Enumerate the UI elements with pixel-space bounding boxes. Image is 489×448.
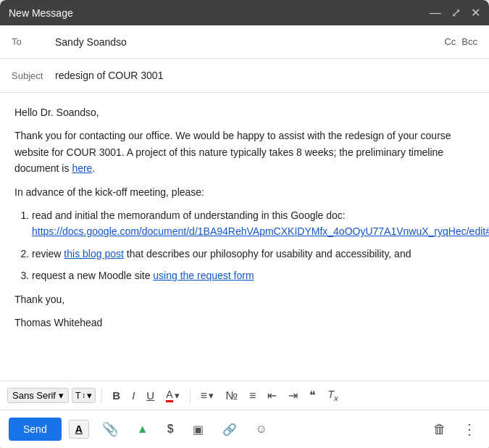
quote-icon: ❝ [309,389,316,402]
toolbar-divider-1 [101,389,102,403]
font-size-button[interactable]: T ↕ ▾ [72,388,96,403]
font-name-label: Sans Serif [12,390,56,401]
list-item-3: request a new Moodle site using the requ… [32,267,475,283]
list-item-2: review this blog post that describes our… [32,246,475,262]
insert-money-button[interactable]: $ [162,418,180,440]
paragraph1: Thank you for contacting our office. We … [14,128,475,176]
request-form-link[interactable]: using the request form [153,270,254,281]
font-family-button[interactable]: Sans Serif ▾ [7,388,69,403]
list-item-2-after: that describes our philosophy for usabil… [127,248,411,260]
insert-emoji-button[interactable]: ☺ [250,418,273,440]
font-size-arrows: ↕ [82,391,85,399]
bottom-bar: Send A 📎 ▲ $ ▣ 🔗 ☺ 🗑 ⋮ [0,410,489,448]
title-bar-controls: — ⤢ ✕ [430,6,480,20]
bold-button[interactable]: B [108,386,125,405]
underline-button[interactable]: U [142,386,159,405]
google-doc-link[interactable]: https://docs.google.com/document/d/1BA94… [32,225,489,237]
formatting-toolbar: Sans Serif ▾ T ↕ ▾ B I U A ▾ ≡ ▾ [0,381,489,410]
list-item-1: read and initial the memorandum of under… [32,207,475,240]
list-item-2-before: review [32,248,64,260]
link-icon: 🔗 [222,423,237,436]
bullet-list-icon: ≡ [249,389,256,402]
subject-label: Subject [12,70,55,81]
discard-button[interactable]: 🗑 [427,418,452,441]
dollar-icon: $ [167,423,174,436]
to-row: To Sandy Soandso Cc Bcc [0,25,489,59]
italic-button[interactable]: I [128,386,139,405]
text-color-dropdown: ▾ [175,390,180,401]
font-size-dropdown-icon: ▾ [87,390,92,401]
format-text-button[interactable]: A [69,420,89,439]
align-dropdown: ▾ [209,390,214,401]
subject-value[interactable]: redesign of COUR 3001 [55,70,477,81]
align-button[interactable]: ≡ ▾ [196,386,218,405]
more-icon: ⋮ [462,421,477,437]
align-icon: ≡ [201,389,207,402]
signature: Thomas Whitehead [14,315,475,331]
close-button[interactable]: ✕ [471,6,480,20]
body-list: read and initial the memorandum of under… [14,207,475,284]
emoji-icon: ☺ [256,423,267,436]
cc-button[interactable]: Cc [444,36,456,47]
paperclip-icon: 📎 [102,421,118,437]
greeting: Hello Dr. Soandso, [14,104,475,120]
indent-more-button[interactable]: ⇥ [284,386,302,405]
closing: Thank you, [14,291,475,307]
minimize-button[interactable]: — [430,7,441,20]
cc-bcc-area: Cc Bcc [444,36,477,47]
font-dropdown-icon: ▾ [59,390,64,401]
clear-format-icon: Tx [327,389,338,402]
window-title: New Message [9,7,73,19]
trash-icon: 🗑 [433,422,446,436]
indent-less-button[interactable]: ⇤ [263,386,281,405]
numbered-list-button[interactable]: № [221,386,242,405]
numbered-list-icon: № [225,389,238,402]
blog-post-link[interactable]: this blog post [64,248,124,260]
toolbar-divider-2 [190,389,191,403]
list-item-3-before: request a new Moodle site [32,270,153,281]
clear-format-button[interactable]: Tx [323,386,342,405]
attach-file-button[interactable]: 📎 [96,417,124,441]
header-fields: To Sandy Soandso Cc Bcc Subject redesign… [0,25,489,93]
expand-button[interactable]: ⤢ [451,6,461,20]
list-item-1-text: read and initial the memorandum of under… [32,210,346,221]
more-options-button[interactable]: ⋮ [459,416,480,442]
text-color-button[interactable]: A ▾ [162,386,183,405]
insert-link-button[interactable]: 🔗 [217,418,243,441]
bullet-list-button[interactable]: ≡ [245,386,260,405]
to-value[interactable]: Sandy Soandso [55,36,444,48]
font-size-icon: T [75,391,80,401]
here-link[interactable]: here [72,162,92,174]
google-drive-button[interactable]: ▲ [131,418,154,440]
format-text-icon: A [75,423,83,435]
quote-button[interactable]: ❝ [305,386,320,405]
text-color-icon: A [166,389,172,402]
indent-less-icon: ⇤ [267,389,277,402]
photo-icon: ▣ [193,423,204,436]
paragraph2: In advance of the kick-off meeting, plea… [14,184,475,200]
insert-photo-button[interactable]: ▣ [187,418,209,441]
title-bar: New Message — ⤢ ✕ [0,0,489,25]
body-area[interactable]: Hello Dr. Soandso, Thank you for contact… [0,93,489,381]
compose-window: New Message — ⤢ ✕ To Sandy Soandso Cc Bc… [0,0,489,448]
drive-icon: ▲ [137,423,149,436]
to-label: To [12,36,55,47]
send-button[interactable]: Send [9,418,62,441]
indent-more-icon: ⇥ [288,389,298,402]
bcc-button[interactable]: Bcc [461,36,477,47]
subject-row: Subject redesign of COUR 3001 [0,59,489,92]
